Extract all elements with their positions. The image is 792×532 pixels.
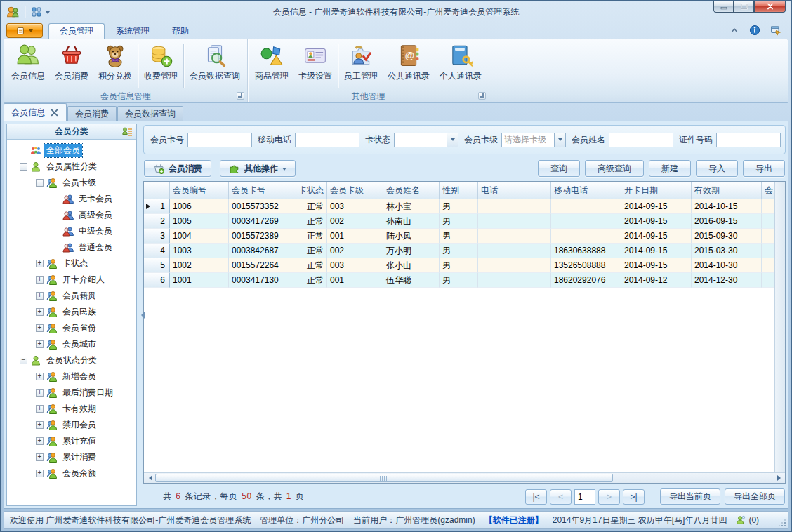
column-header[interactable]: 会员姓名 [383, 182, 440, 199]
close-button[interactable] [754, 1, 786, 13]
close-tab-icon[interactable] [50, 108, 59, 117]
expander-plus-icon[interactable]: + [36, 292, 44, 300]
expander-plus-icon[interactable]: + [36, 421, 44, 429]
ribbon-button[interactable]: 员工管理 [339, 41, 383, 91]
ribbon-tab[interactable]: 帮助 [161, 23, 200, 39]
export-current-page-button[interactable]: 导出当前页 [660, 488, 720, 505]
tree-item[interactable]: +卡有效期 [7, 401, 136, 417]
pager-page-input[interactable] [574, 489, 595, 505]
table-row[interactable]: 610010003417130正常001伍华聪男186202920762014-… [144, 273, 774, 288]
scroll-right-icon[interactable] [774, 473, 785, 483]
table-row[interactable]: 510020015572264正常003张小山男135265088882014-… [144, 258, 774, 273]
toolbar-button[interactable]: 导入 [696, 160, 738, 177]
panel-splitter[interactable] [137, 124, 143, 506]
ribbon-button[interactable]: @公共通讯录 [383, 41, 435, 91]
tree-item[interactable]: +累计消费 [7, 449, 136, 465]
search-input[interactable] [295, 133, 359, 147]
app-menu-button[interactable] [6, 23, 43, 38]
pager-prev-button[interactable]: < [550, 489, 572, 505]
toolbar-button[interactable]: 导出 [743, 160, 785, 177]
collapse-ribbon-icon[interactable] [730, 25, 739, 35]
tree-item[interactable]: +会员籍贯 [7, 288, 136, 304]
column-header[interactable]: 会员 [762, 182, 774, 199]
ribbon-button[interactable]: 会员信息 [6, 41, 50, 91]
tree-item[interactable]: +会员余额 [7, 465, 136, 481]
expander-plus-icon[interactable]: + [36, 470, 44, 477]
column-header[interactable]: 会员卡级 [327, 182, 383, 199]
tree-item[interactable]: +会员民族 [7, 304, 136, 320]
expander-plus-icon[interactable]: + [36, 373, 44, 380]
ribbon-button[interactable]: 会员数据查询 [185, 41, 245, 91]
column-header[interactable]: 会员编号 [170, 182, 229, 199]
chevron-down-icon[interactable] [554, 133, 565, 147]
document-tab[interactable]: 会员信息 [4, 103, 67, 121]
feedback-icon[interactable] [770, 25, 781, 36]
select-input[interactable] [394, 133, 458, 147]
horizontal-scrollbar[interactable] [144, 472, 785, 483]
collapse-panel-icon[interactable] [138, 312, 145, 319]
export-all-pages-button[interactable]: 导出全部页 [725, 488, 785, 505]
tree-item[interactable]: +新增会员 [7, 368, 136, 385]
tree-item[interactable]: 无卡会员 [7, 191, 136, 207]
pager-first-button[interactable]: |< [525, 489, 547, 505]
dialog-launcher-icon[interactable] [478, 92, 486, 100]
search-input[interactable] [187, 133, 252, 147]
ribbon-button[interactable]: 收费管理 [139, 41, 183, 91]
tree-item[interactable]: +最后消费日期 [7, 385, 136, 401]
column-header[interactable]: 卡状态 [286, 182, 327, 199]
scrollbar-track[interactable] [155, 473, 774, 483]
expander-plus-icon[interactable]: + [36, 260, 44, 267]
toolbar-button[interactable]: 查询 [538, 160, 580, 177]
tree-item[interactable]: +累计充值 [7, 433, 136, 449]
chevron-down-icon[interactable] [447, 133, 458, 147]
title-bar[interactable]: 会员信息 - 广州爱奇迪软件科技有限公司-广州爱奇迪会员管理系统 [4, 1, 788, 21]
expander-plus-icon[interactable]: + [36, 389, 44, 397]
tree-item[interactable]: 中级会员 [7, 223, 136, 239]
tree-item[interactable]: +会员城市 [7, 336, 136, 352]
expander-minus-icon[interactable]: − [36, 179, 44, 187]
scroll-left-icon[interactable] [144, 473, 155, 483]
tree-item[interactable]: −会员状态分类 [7, 352, 136, 368]
search-input[interactable] [716, 133, 781, 147]
pager-next-button[interactable]: > [598, 489, 620, 505]
tree-item[interactable]: 全部会员 [7, 142, 136, 159]
maximize-button[interactable] [734, 1, 754, 13]
expander-plus-icon[interactable]: + [36, 276, 44, 284]
minimize-button[interactable] [713, 1, 734, 13]
ribbon-button[interactable]: 个人通讯录 [435, 41, 487, 91]
tree-item[interactable]: +会员省份 [7, 320, 136, 336]
registered-link[interactable]: 【软件已注册】 [484, 514, 543, 526]
pager-last-button[interactable]: >| [623, 489, 645, 505]
online-message-status[interactable]: (0) [736, 515, 759, 525]
document-tab[interactable]: 会员消费 [67, 106, 117, 121]
toolbar-button[interactable]: 会员消费 [144, 160, 211, 177]
expander-plus-icon[interactable]: + [36, 405, 44, 413]
table-row[interactable]: 310040015572389正常001陆小凤男2014-09-152015-0… [144, 229, 774, 244]
scrollbar-thumb[interactable] [155, 474, 613, 482]
column-header[interactable]: 性别 [440, 182, 478, 199]
column-header[interactable]: 会员卡号 [229, 182, 286, 199]
tree-item[interactable]: +卡状态 [7, 255, 136, 272]
ribbon-button[interactable]: 商品管理 [250, 41, 293, 91]
info-icon[interactable] [749, 25, 760, 36]
select-input[interactable]: 请选择卡级 [501, 133, 566, 147]
layout-icon[interactable] [31, 6, 42, 18]
tree-item[interactable]: 普通会员 [7, 239, 136, 255]
expander-plus-icon[interactable]: + [36, 453, 44, 461]
column-header[interactable]: 移动电话 [551, 182, 621, 199]
tree-item[interactable]: +开卡介绍人 [7, 272, 136, 288]
vertical-scrollbar[interactable] [774, 182, 785, 472]
ribbon-button[interactable]: 积分兑换 [93, 41, 137, 91]
column-header[interactable]: 开卡日期 [621, 182, 692, 199]
toolbar-button[interactable]: 新建 [649, 160, 691, 177]
ribbon-button[interactable]: 卡级设置 [293, 41, 337, 91]
tree-item[interactable]: −会员卡级 [7, 175, 136, 191]
ribbon-button[interactable]: 会员消费 [50, 41, 93, 91]
dialog-launcher-icon[interactable] [237, 92, 244, 100]
table-row[interactable]: 210050003417269正常002孙南山男2014-09-152016-0… [144, 214, 774, 229]
tree-item[interactable]: +禁用会员 [7, 417, 136, 433]
tree-item[interactable]: 高级会员 [7, 207, 136, 223]
chevron-down-icon[interactable] [46, 11, 50, 16]
table-row[interactable]: 110060015573352正常003林小宝男2014-09-152014-1… [144, 199, 774, 214]
column-header[interactable] [144, 182, 170, 199]
